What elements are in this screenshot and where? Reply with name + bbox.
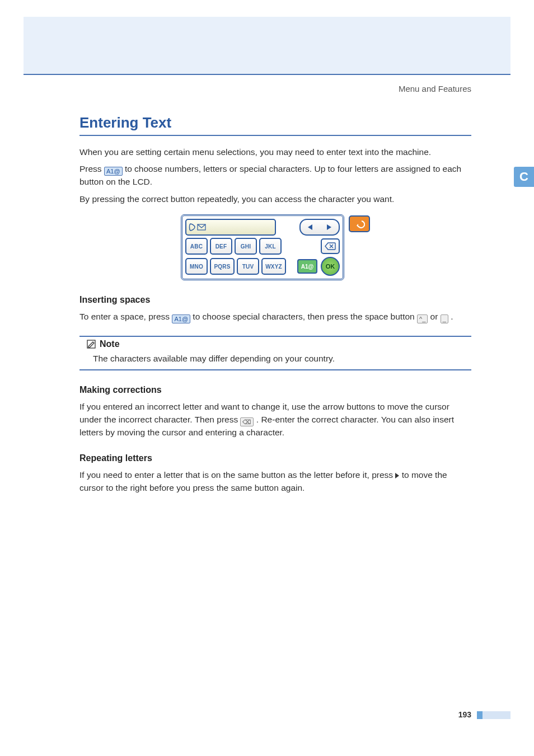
header-band bbox=[24, 17, 510, 75]
keypad-panel: ABC DEF GHI JKL bbox=[181, 214, 344, 280]
note-icon bbox=[86, 339, 96, 349]
phone-icon bbox=[189, 223, 195, 231]
key-jkl[interactable]: JKL bbox=[259, 238, 282, 255]
arrow-right-icon bbox=[395, 473, 399, 478]
back-key[interactable] bbox=[349, 215, 370, 232]
note-box: Note The characters available may differ… bbox=[79, 336, 471, 370]
key-ghi[interactable]: GHI bbox=[235, 238, 257, 255]
key-def[interactable]: DEF bbox=[210, 238, 232, 255]
page-number: 193 bbox=[458, 710, 471, 719]
mode-toggle-key[interactable]: A1@ bbox=[297, 259, 317, 274]
backspace-icon bbox=[325, 242, 336, 250]
keypad-side bbox=[349, 214, 370, 280]
inserting-spaces-body: To enter a space, press A1@ to choose sp… bbox=[79, 311, 471, 323]
key-abc[interactable]: ABC bbox=[185, 238, 208, 255]
breadcrumb: Menu and Features bbox=[399, 84, 471, 93]
backspace-key[interactable] bbox=[321, 238, 340, 254]
nav-arrows[interactable] bbox=[299, 219, 340, 236]
return-icon bbox=[354, 219, 365, 228]
mode-toggle-icon: A1@ bbox=[172, 314, 190, 323]
key-pqrs[interactable]: PQRS bbox=[210, 258, 235, 275]
text-fragment: to choose special characters, then press… bbox=[193, 312, 417, 321]
keypad-figure: ABC DEF GHI JKL bbox=[181, 214, 370, 280]
text-fragment: . bbox=[451, 312, 453, 321]
page-number-bar bbox=[477, 711, 510, 719]
arrow-right-icon bbox=[327, 224, 331, 230]
intro-paragraph-1: When you are setting certain menu select… bbox=[79, 146, 471, 158]
space-key-icon: ^_ bbox=[417, 314, 428, 323]
content-column: Entering Text When you are setting certa… bbox=[79, 114, 471, 499]
text-fragment: To enter a space, press bbox=[79, 312, 172, 321]
note-header: Note bbox=[86, 339, 125, 349]
mail-icon bbox=[197, 224, 206, 231]
text-fragment: Press bbox=[79, 164, 104, 173]
text-fragment: If you need to enter a letter that is on… bbox=[79, 470, 395, 480]
repeating-letters-heading: Repeating letters bbox=[79, 453, 471, 463]
backspace-icon: ⌫ bbox=[240, 417, 254, 426]
note-body: The characters available may differ depe… bbox=[93, 354, 471, 364]
space-key-icon-alt: _ bbox=[441, 314, 448, 323]
mode-toggle-icon: A1@ bbox=[104, 167, 123, 176]
section-tab: C bbox=[514, 167, 534, 187]
arrow-left-icon bbox=[308, 224, 312, 230]
making-corrections-heading: Making corrections bbox=[79, 385, 471, 395]
key-mno[interactable]: MNO bbox=[185, 258, 208, 275]
title-rule bbox=[79, 135, 471, 136]
page-title: Entering Text bbox=[79, 114, 471, 132]
text-fragment: to choose numbers, letters or special ch… bbox=[79, 164, 461, 186]
ok-key[interactable]: OK bbox=[321, 257, 340, 276]
page: Menu and Features C Entering Text When y… bbox=[0, 0, 534, 756]
repeating-letters-body: If you need to enter a letter that is on… bbox=[79, 469, 471, 494]
intro-paragraph-2: Press A1@ to choose numbers, letters or … bbox=[79, 163, 471, 188]
text-fragment: or bbox=[430, 312, 441, 321]
lcd-display bbox=[185, 219, 276, 236]
inserting-spaces-heading: Inserting spaces bbox=[79, 295, 471, 305]
note-label: Note bbox=[100, 339, 120, 349]
making-corrections-body: If you entered an incorrect letter and w… bbox=[79, 401, 471, 439]
intro-paragraph-3: By pressing the correct button repeatedl… bbox=[79, 193, 471, 205]
key-tuv[interactable]: TUV bbox=[237, 258, 259, 275]
key-wxyz[interactable]: WXYZ bbox=[261, 258, 286, 275]
